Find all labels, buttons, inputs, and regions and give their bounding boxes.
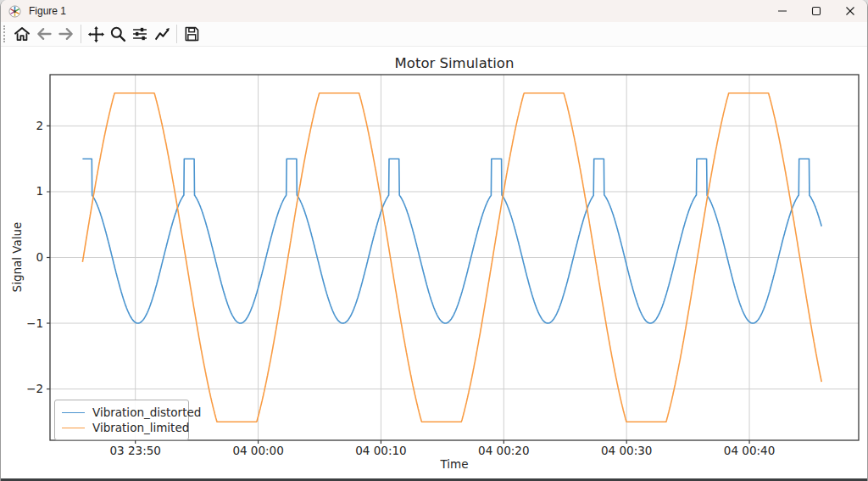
y-tick-label: 0 xyxy=(36,250,43,264)
legend: Vibration_distorted Vibration_limited xyxy=(54,400,189,440)
home-icon xyxy=(14,25,31,42)
navigation-toolbar xyxy=(1,22,867,47)
legend-item: Vibration_distorted xyxy=(62,405,181,420)
legend-item: Vibration_limited xyxy=(62,420,181,435)
magnifier-icon xyxy=(109,25,126,42)
x-axis-label: Time xyxy=(440,457,468,471)
minimize-icon xyxy=(777,6,787,16)
close-button[interactable] xyxy=(833,0,867,22)
y-tick-label: −1 xyxy=(26,316,43,330)
x-tick-label: 04 00:00 xyxy=(232,444,283,457)
toolbar-separator xyxy=(81,25,81,43)
zoom-rect-button[interactable] xyxy=(107,23,129,45)
forward-button[interactable] xyxy=(55,23,77,45)
window-title: Figure 1 xyxy=(29,5,66,17)
edit-parameters-button[interactable] xyxy=(151,23,173,45)
save-button[interactable] xyxy=(181,23,203,45)
matplotlib-logo-icon xyxy=(8,5,21,18)
y-tick-label: 1 xyxy=(36,184,43,198)
maximize-icon xyxy=(811,6,821,16)
pan-button[interactable] xyxy=(85,23,107,45)
titlebar: Figure 1 xyxy=(1,0,867,22)
sliders-icon xyxy=(131,25,148,42)
floppy-disk-icon xyxy=(183,25,200,42)
figure-canvas[interactable]: 03 23:5004 00:0004 00:1004 00:2004 00:30… xyxy=(1,47,868,478)
x-tick-label: 04 00:10 xyxy=(355,444,406,457)
legend-line-swatch-blue xyxy=(62,412,85,413)
y-tick-label: 2 xyxy=(36,119,43,132)
legend-line-swatch-orange xyxy=(62,428,85,428)
series-line-vibration_distorted xyxy=(82,159,821,323)
x-tick-label: 04 00:20 xyxy=(478,444,529,457)
line-chart-icon xyxy=(153,25,171,43)
legend-label: Vibration_limited xyxy=(92,421,189,434)
x-tick-label: 03 23:50 xyxy=(110,444,161,457)
y-tick-label: −2 xyxy=(26,382,43,395)
minimize-button[interactable] xyxy=(765,0,799,22)
back-button[interactable] xyxy=(33,23,55,45)
figure-window: Figure 1 xyxy=(0,0,868,481)
toolbar-separator xyxy=(176,25,177,43)
toolbar-grip-handle[interactable] xyxy=(3,25,6,42)
arrow-left-icon xyxy=(36,25,53,42)
configure-subplots-button[interactable] xyxy=(129,23,151,45)
close-icon xyxy=(845,6,855,16)
home-button[interactable] xyxy=(11,23,33,45)
x-tick-label: 04 00:40 xyxy=(724,444,775,457)
y-axis-label: Signal Value xyxy=(10,222,24,293)
plot-title: Motor Simulation xyxy=(395,55,515,71)
x-tick-label: 04 00:30 xyxy=(601,444,652,457)
arrow-right-icon xyxy=(58,25,75,42)
legend-label: Vibration_distorted xyxy=(92,405,201,419)
move-icon xyxy=(87,25,105,43)
maximize-button[interactable] xyxy=(799,0,833,22)
